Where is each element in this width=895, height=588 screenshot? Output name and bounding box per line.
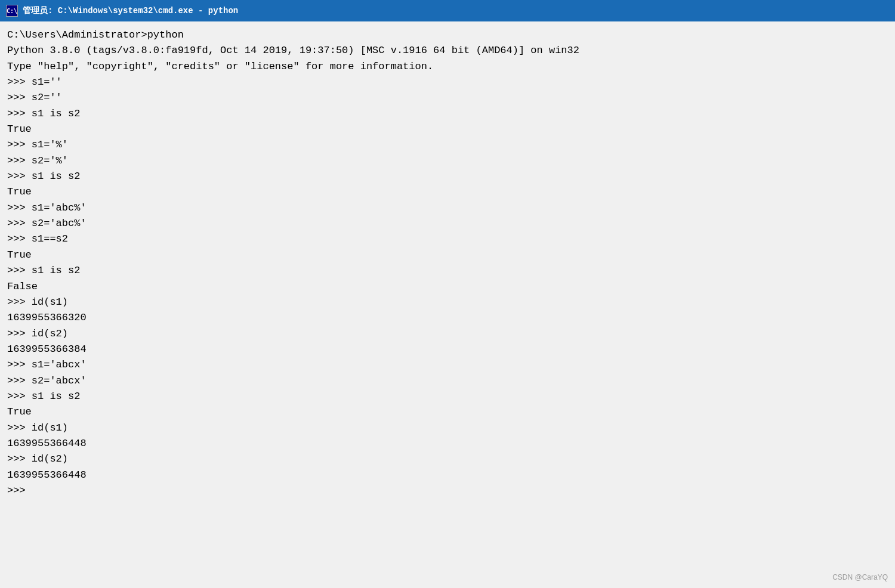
title-text: 管理员: C:\Windows\system32\cmd.exe - pytho… [23,5,238,16]
cmd-icon: C:\ [6,5,18,17]
title-bar: C:\ 管理员: C:\Windows\system32\cmd.exe - p… [0,0,895,21]
watermark: CSDN @CaraYQ [832,572,888,583]
terminal-body[interactable]: C:\Users\Administrator>python Python 3.8… [0,21,895,588]
window: C:\ 管理员: C:\Windows\system32\cmd.exe - p… [0,0,895,588]
terminal-output: C:\Users\Administrator>python Python 3.8… [7,27,888,499]
